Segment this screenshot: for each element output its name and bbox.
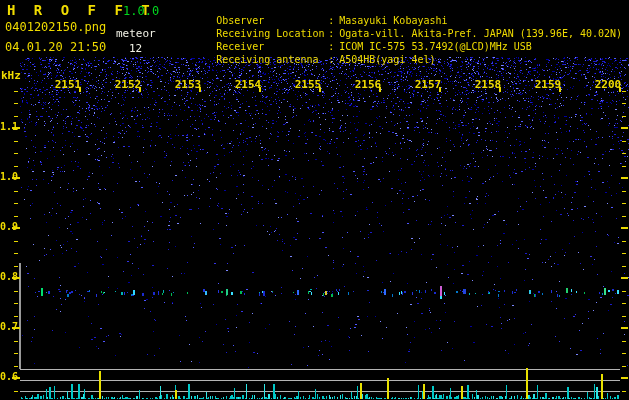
x-axis-label: 2155 [295, 78, 322, 91]
info-value: A504HB(yagi 4el) [339, 54, 435, 65]
output-filename: 0401202150.png [5, 20, 106, 34]
y-axis-label: 1.0 [0, 171, 17, 182]
info-value: ICOM IC-575 53.7492(@LCD)MHz USB [339, 41, 532, 52]
app-version: 1.0.0 [123, 4, 159, 18]
x-axis-label: 2156 [355, 78, 382, 91]
y-axis-label: 1.1 [0, 121, 17, 132]
y-axis-label: 0.8 [0, 271, 17, 282]
x-axis-label: 2153 [175, 78, 202, 91]
x-axis-label: 2159 [535, 78, 562, 91]
x-axis-label: 2151 [55, 78, 82, 91]
station-info-block: Observer:Masayuki Kobayashi Receiving Lo… [180, 1, 622, 53]
y-axis-label: 0.7 [0, 321, 17, 332]
x-axis-label: 2157 [415, 78, 442, 91]
x-axis-label: 2154 [235, 78, 262, 91]
observation-datetime: 04.01.20 21:50 [5, 40, 106, 54]
info-label: Observer [216, 14, 328, 27]
x-axis-label: 2158 [475, 78, 502, 91]
info-label: Receiver [216, 40, 328, 53]
observation-mode: meteor [116, 27, 156, 40]
y-axis-label: 0.6 [0, 371, 17, 382]
info-value: Masayuki Kobayashi [339, 15, 447, 26]
y-axis-unit-label: kHz [1, 69, 21, 82]
x-axis-label: 2152 [115, 78, 142, 91]
info-value: Ogata-vill. Akita-Pref. JAPAN (139.96E, … [339, 28, 622, 39]
info-label: Receiving antenna [216, 53, 328, 66]
info-label: Receiving Location [216, 27, 328, 40]
info-colon: : [328, 15, 334, 26]
info-row-observer: Observer:Masayuki Kobayashi [180, 1, 622, 14]
info-colon: : [328, 54, 334, 65]
meteor-count: 12 [129, 42, 142, 55]
x-axis-label: 2200 [595, 78, 622, 91]
info-colon: : [328, 28, 334, 39]
y-axis-label: 0.9 [0, 221, 17, 232]
info-colon: : [328, 41, 334, 52]
hrofft-spectrogram-screen: H R O F F T 1.0.0 0401202150.png meteor … [0, 0, 629, 400]
